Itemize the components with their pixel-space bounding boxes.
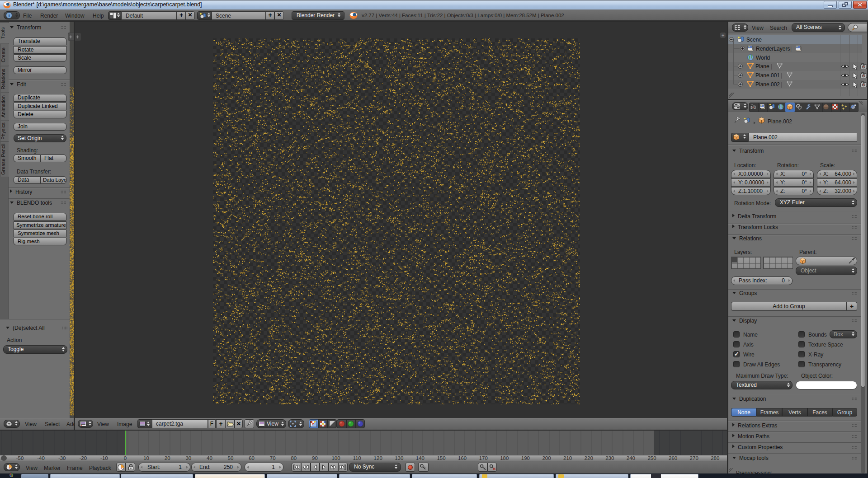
svg-text:i: i	[8, 13, 9, 18]
